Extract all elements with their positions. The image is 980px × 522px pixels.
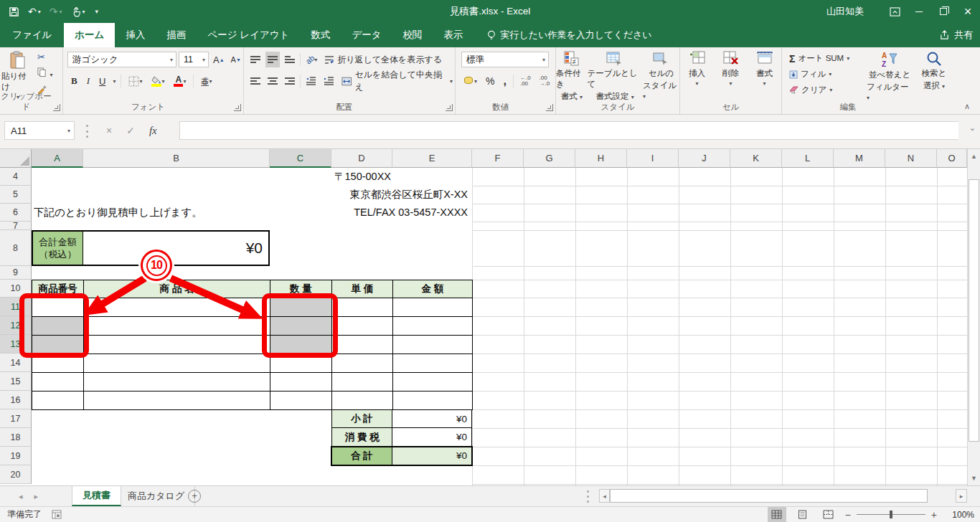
formula-bar-expand-icon[interactable]: ⌄ — [969, 123, 976, 133]
column-header-J[interactable]: J — [679, 149, 730, 168]
decrease-font-size-button[interactable]: A▼ — [229, 52, 243, 67]
font-size-combobox[interactable]: 11▾ — [179, 52, 209, 67]
row-header-4[interactable]: 4 — [0, 168, 32, 186]
cancel-icon[interactable]: × — [106, 125, 112, 136]
cell-D14[interactable] — [332, 354, 393, 373]
cell-E11[interactable] — [393, 298, 473, 317]
cell-D13[interactable] — [332, 336, 393, 354]
zoom-in-icon[interactable]: + — [931, 509, 937, 521]
underline-button[interactable]: U — [97, 73, 108, 89]
clipboard-dialog-launcher[interactable] — [53, 104, 60, 111]
increase-decimal-button[interactable]: ←.0.00 — [518, 73, 533, 89]
cell-B11[interactable] — [84, 298, 270, 317]
underline-dropdown[interactable]: ▾ — [113, 78, 116, 85]
column-header-K[interactable]: K — [730, 149, 782, 168]
cell-A16[interactable] — [32, 392, 84, 410]
zoom-slider[interactable]: − + — [845, 509, 937, 521]
column-header-C[interactable]: C — [270, 149, 331, 168]
find-select-button[interactable]: 検索と 選択 ▾ — [915, 47, 953, 91]
collapse-ribbon-icon[interactable]: ∧ — [964, 102, 970, 111]
align-middle-button[interactable] — [265, 52, 280, 67]
number-format-combobox[interactable]: 標準▾ — [461, 52, 549, 67]
row-header-20[interactable]: 20 — [0, 465, 32, 484]
comma-style-button[interactable]: , — [501, 73, 508, 89]
row-header-6[interactable]: 6 — [0, 204, 32, 222]
tabbar-divider[interactable] — [587, 490, 590, 503]
decrease-decimal-button[interactable]: .00→.0 — [537, 73, 552, 89]
sheet-nav-left-icon[interactable]: ◂ — [19, 492, 23, 501]
percent-style-button[interactable]: % — [484, 73, 496, 89]
tell-me-search[interactable]: 実行したい作業を入力してください — [487, 23, 652, 47]
enter-icon[interactable]: ✓ — [126, 125, 135, 136]
zoom-thumb[interactable] — [890, 511, 892, 518]
copy-icon[interactable]: ▾ — [37, 67, 52, 80]
cell-greeting[interactable]: 下記のとおり御見積申し上げます。 — [34, 204, 202, 222]
cell-E14[interactable] — [393, 354, 473, 373]
insert-function-icon[interactable]: fx — [149, 125, 157, 137]
row-header-16[interactable]: 16 — [0, 391, 32, 409]
conditional-formatting-button[interactable]: ≠ 条件付き 書式 ▾ — [556, 47, 588, 102]
scroll-right-icon[interactable]: ▸ — [956, 489, 967, 503]
column-header-H[interactable]: H — [575, 149, 627, 168]
sort-filter-button[interactable]: AZ 並べ替えと フィルター ▾ — [867, 47, 913, 101]
orientation-button[interactable]: ab▾ — [303, 52, 319, 67]
cell-C16[interactable] — [270, 392, 332, 410]
restore-button[interactable] — [931, 0, 956, 23]
cut-icon[interactable]: ✂ — [37, 52, 52, 62]
tab-draw[interactable]: 描画 — [156, 23, 197, 47]
cell-E16[interactable] — [393, 392, 473, 410]
column-header-F[interactable]: F — [472, 149, 524, 168]
column-header-B[interactable]: B — [83, 149, 270, 168]
cell-tel-fax[interactable]: TEL/FAX 03-5457-XXXX — [215, 204, 468, 222]
column-header-E[interactable]: E — [392, 149, 472, 168]
align-center-button[interactable] — [265, 73, 280, 89]
cell-grand-total-value[interactable]: ¥0 — [392, 447, 472, 465]
number-dialog-launcher[interactable] — [546, 104, 553, 111]
scroll-up-icon[interactable]: ▲ — [968, 149, 980, 163]
align-top-button[interactable] — [248, 52, 263, 67]
cell-grand-total-label[interactable]: 合 計 — [331, 447, 392, 465]
cell-B13[interactable] — [84, 336, 270, 354]
align-bottom-button[interactable] — [283, 52, 297, 67]
cell-D11[interactable] — [332, 298, 393, 317]
cell-D15[interactable] — [332, 373, 393, 392]
cell-address[interactable]: 東京都渋谷区桜丘町X-XX — [215, 186, 468, 204]
tab-home[interactable]: ホーム — [64, 23, 115, 47]
scroll-left-icon[interactable]: ◂ — [599, 489, 610, 503]
italic-button[interactable]: I — [85, 73, 92, 89]
zoom-out-icon[interactable]: − — [845, 509, 851, 521]
decrease-indent-button[interactable] — [303, 73, 319, 89]
sheet-nav-right-icon[interactable]: ▸ — [34, 492, 39, 501]
column-header-I[interactable]: I — [627, 149, 679, 168]
tab-page-layout[interactable]: ページ レイアウト — [197, 23, 300, 47]
column-header-L[interactable]: L — [782, 149, 834, 168]
cell-B16[interactable] — [84, 392, 270, 410]
cell-header-amount[interactable]: 金 額 — [393, 280, 473, 298]
formula-input[interactable] — [179, 121, 958, 140]
sheet-tab-mitsumori[interactable]: 見積書 — [72, 486, 121, 506]
vertical-scroll-thumb[interactable] — [969, 179, 979, 442]
increase-font-size-button[interactable]: A▲ — [211, 52, 227, 67]
insert-cells-button[interactable]: 挿入▾ — [689, 47, 705, 87]
row-header-15[interactable]: 15 — [0, 372, 32, 391]
cell-postal-code[interactable]: 〒150-00XX — [334, 168, 391, 186]
cell-E12[interactable] — [393, 317, 473, 336]
fill-button[interactable]: フィル ▾ — [789, 67, 849, 81]
normal-view-icon[interactable] — [768, 507, 786, 522]
column-header-G[interactable]: G — [524, 149, 575, 168]
horizontal-scrollbar[interactable]: ◂ ▸ — [599, 489, 967, 503]
share-button[interactable]: 共有 — [939, 23, 973, 47]
cell-B15[interactable] — [84, 373, 270, 392]
select-all-corner[interactable] — [0, 149, 32, 168]
tab-view[interactable]: 表示 — [433, 23, 474, 47]
row-header-5[interactable]: 5 — [0, 186, 32, 204]
tab-formulas[interactable]: 数式 — [300, 23, 341, 47]
row-header-7[interactable]: 7 — [0, 222, 32, 230]
cell-B14[interactable] — [84, 354, 270, 373]
close-button[interactable]: × — [956, 0, 980, 23]
tab-file[interactable]: ファイル — [0, 23, 64, 47]
namebox-divider[interactable] — [86, 125, 89, 138]
cell-total-value[interactable]: ¥0 — [83, 232, 268, 265]
tab-data[interactable]: データ — [341, 23, 392, 47]
tab-review[interactable]: 校閲 — [392, 23, 433, 47]
